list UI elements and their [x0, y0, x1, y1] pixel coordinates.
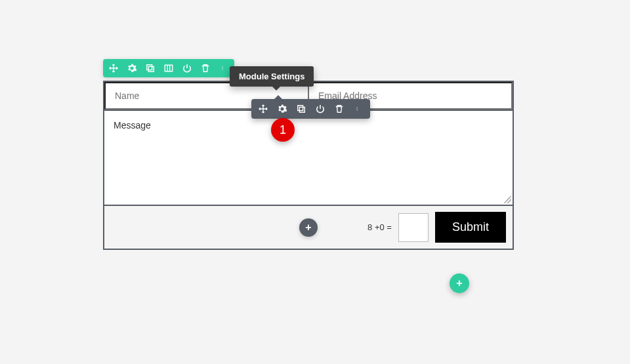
module-settings-tooltip: Module Settings	[230, 66, 314, 87]
move-icon[interactable]	[108, 63, 119, 73]
captcha-label: 8 +0 =	[368, 222, 392, 232]
svg-rect-2	[165, 65, 172, 71]
plus-icon: +	[305, 222, 311, 233]
svg-point-5	[222, 69, 223, 70]
module-toolbar	[251, 99, 370, 119]
svg-point-8	[357, 107, 358, 108]
captcha-input[interactable]	[398, 213, 429, 242]
svg-point-3	[222, 66, 223, 67]
add-section-button[interactable]: +	[450, 273, 469, 293]
svg-point-9	[357, 108, 358, 109]
svg-rect-0	[147, 65, 152, 70]
svg-rect-1	[148, 66, 154, 71]
svg-point-4	[222, 68, 223, 68]
power-icon[interactable]	[182, 63, 192, 73]
move-icon[interactable]	[258, 104, 268, 114]
duplicate-icon[interactable]	[296, 104, 306, 114]
trash-icon[interactable]	[334, 104, 345, 114]
form-row-message	[104, 111, 513, 206]
plus-icon: +	[456, 277, 462, 289]
add-module-button[interactable]: +	[299, 218, 318, 237]
svg-point-10	[357, 110, 358, 110]
duplicate-icon[interactable]	[145, 63, 156, 73]
section-toolbar	[103, 59, 234, 77]
message-textarea[interactable]	[104, 111, 513, 205]
gear-icon[interactable]	[277, 104, 287, 114]
trash-icon[interactable]	[200, 63, 211, 73]
power-icon[interactable]	[315, 104, 326, 114]
svg-rect-7	[299, 107, 304, 112]
columns-icon[interactable]	[163, 63, 174, 73]
more-icon[interactable]	[219, 63, 229, 73]
submit-button[interactable]: Submit	[435, 212, 506, 243]
gear-icon[interactable]	[127, 63, 137, 73]
more-icon[interactable]	[353, 104, 364, 114]
svg-rect-6	[298, 106, 303, 111]
form-row-submit: + 8 +0 = Submit	[104, 206, 513, 249]
annotation-step-badge: 1	[271, 118, 295, 142]
